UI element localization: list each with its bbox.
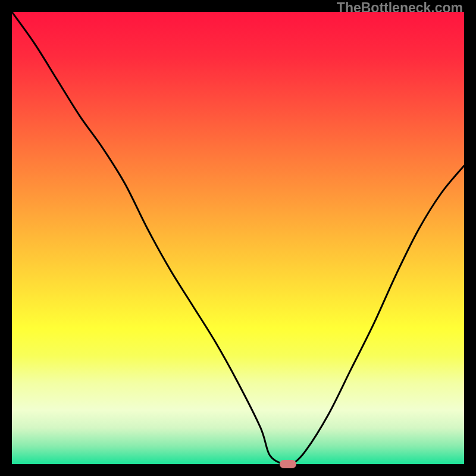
plot-area bbox=[12, 12, 464, 464]
bottleneck-marker bbox=[280, 460, 296, 468]
bottleneck-curve bbox=[12, 12, 464, 464]
chart-container: TheBottleneck.com bbox=[0, 0, 476, 476]
